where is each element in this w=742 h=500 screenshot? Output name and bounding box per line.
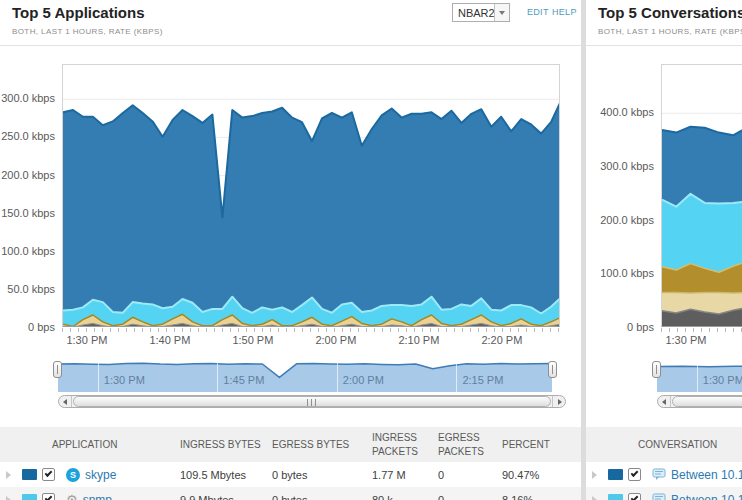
- time-range-brush[interactable]: 1:30 PM1:45 PM2:00 PM2:15 PM: [58, 358, 552, 392]
- expand-row-icon[interactable]: [592, 471, 597, 479]
- row-checkbox[interactable]: [628, 493, 641, 500]
- conversation-link[interactable]: Between 10.19: [671, 468, 742, 482]
- column-header-ingress-bytes: INGRESS BYTES: [180, 438, 272, 452]
- series-color-swatch: [608, 469, 623, 480]
- brush-gridline: [697, 358, 698, 392]
- application-link[interactable]: snmp: [83, 493, 112, 500]
- table-row: ⚙ snmp 9.9 Mbytes 0 bytes 80 k 0 8.16%: [0, 487, 581, 500]
- scroll-right-icon: [558, 399, 562, 405]
- percent-value: 90.47%: [502, 469, 562, 481]
- conversation-icon: [652, 468, 666, 481]
- table-header: CONVERSATION: [586, 427, 742, 462]
- table-row: S skype 109.5 Mbytes 0 bytes 1.77 M 0 90…: [0, 462, 581, 487]
- scroll-left-button[interactable]: [59, 396, 72, 407]
- brush-time-label: 1:30 PM: [703, 374, 742, 386]
- ingress-bytes-value: 109.5 Mbytes: [180, 469, 272, 481]
- conversations-panel-header: Top 5 Conversations BOTH, LAST 1 HOURS, …: [586, 0, 742, 46]
- panel-subtitle: BOTH, LAST 1 HOURS, RATE (KBPS): [12, 27, 163, 36]
- column-header-egress-packets: EGRESS PACKETS: [438, 431, 502, 458]
- x-axis-label: 2:00 PM: [310, 334, 362, 346]
- scrollbar-grip-icon: [307, 399, 317, 406]
- top5-conversations-panel: Top 5 Conversations BOTH, LAST 1 HOURS, …: [586, 0, 742, 500]
- select-button[interactable]: [494, 4, 509, 21]
- x-axis-ticks: [62, 328, 560, 332]
- application-link[interactable]: skype: [85, 468, 116, 482]
- scroll-left-icon: [63, 399, 67, 405]
- table-header: APPLICATION INGRESS BYTES EGRESS BYTES I…: [0, 427, 581, 462]
- brush-gridline: [98, 358, 99, 392]
- series-color-swatch: [22, 469, 37, 480]
- x-axis-label: 1:50 PM: [227, 334, 279, 346]
- gear-icon: ⚙: [66, 493, 78, 500]
- brush-time-label: 1:45 PM: [223, 374, 264, 386]
- brush-gridline: [217, 358, 218, 392]
- egress-packets-value: 0: [438, 494, 502, 500]
- applications-table: APPLICATION INGRESS BYTES EGRESS BYTES I…: [0, 427, 581, 500]
- table-row: Between 10.19: [586, 487, 742, 500]
- y-axis-label: 0 bps: [586, 321, 654, 335]
- horizontal-scrollbar[interactable]: [58, 395, 566, 408]
- x-axis-label: 1:30 PM: [61, 334, 113, 346]
- x-axis-ticks: [661, 328, 742, 332]
- table-row: Between 10.19: [586, 462, 742, 487]
- select-value: NBAR2: [458, 7, 495, 19]
- percent-value: 8.16%: [502, 494, 562, 500]
- handle-slot-icon: [57, 365, 58, 374]
- brush-gridline: [337, 358, 338, 392]
- brush-left-handle[interactable]: [652, 361, 661, 378]
- brush-left-handle[interactable]: [53, 361, 62, 378]
- checkmark-icon: [45, 469, 53, 477]
- column-header-ingress-packets: INGRESS PACKETS: [372, 431, 438, 458]
- x-axis-label: 2:20 PM: [476, 334, 528, 346]
- conversation-icon: [652, 493, 666, 500]
- column-header-conversation: CONVERSATION: [586, 438, 742, 452]
- row-checkbox[interactable]: [42, 493, 55, 500]
- x-axis: 1:30 PM: [661, 334, 742, 349]
- y-axis: 300.0 kbps250.0 kbps200.0 kbps150.0 kbps…: [0, 64, 55, 327]
- edit-link[interactable]: EDIT: [527, 7, 549, 17]
- expand-row-icon[interactable]: [6, 496, 11, 500]
- netflow-dashboard: Top 5 Applications BOTH, LAST 1 HOURS, R…: [0, 0, 742, 500]
- checkmark-icon: [631, 469, 639, 477]
- x-axis-label: 2:10 PM: [393, 334, 445, 346]
- page-title: Top 5 Applications: [12, 4, 145, 21]
- help-link[interactable]: HELP: [552, 7, 577, 17]
- column-header-percent: PERCENT: [502, 438, 562, 452]
- handle-slot-icon: [656, 365, 657, 374]
- y-axis-label: 200.0 kbps: [0, 169, 55, 183]
- skype-icon: S: [66, 468, 80, 482]
- scroll-left-icon: [662, 399, 666, 405]
- conversation-link[interactable]: Between 10.19: [671, 493, 742, 500]
- brush-time-label: 2:00 PM: [343, 374, 384, 386]
- scrollbar-thumb[interactable]: [73, 396, 551, 407]
- nbar2-select[interactable]: NBAR2: [452, 3, 510, 22]
- x-axis-label: 1:40 PM: [144, 334, 196, 346]
- ingress-packets-value: 1.77 M: [372, 469, 438, 481]
- row-checkbox[interactable]: [628, 468, 641, 481]
- y-axis-label: 250.0 kbps: [0, 130, 55, 144]
- column-header-application: APPLICATION: [0, 438, 180, 452]
- scrollbar-thumb[interactable]: [672, 396, 742, 407]
- row-checkbox[interactable]: [42, 468, 55, 481]
- top5-applications-panel: Top 5 Applications BOTH, LAST 1 HOURS, R…: [0, 0, 581, 500]
- y-axis-label: 200.0 kbps: [586, 214, 654, 228]
- panel-subtitle: BOTH, LAST 1 HOURS, RATE (KBPS): [598, 27, 742, 36]
- ingress-packets-value: 80 k: [372, 494, 438, 500]
- ingress-bytes-value: 9.9 Mbytes: [180, 494, 272, 500]
- scroll-right-button[interactable]: [552, 396, 565, 407]
- x-axis-label: 1:30 PM: [660, 334, 712, 346]
- brush-right-handle[interactable]: [548, 361, 557, 378]
- y-axis-label: 300.0 kbps: [586, 160, 654, 174]
- expand-row-icon[interactable]: [592, 496, 597, 500]
- egress-bytes-value: 0 bytes: [272, 494, 372, 500]
- checkmark-icon: [45, 494, 53, 500]
- egress-packets-value: 0: [438, 469, 502, 481]
- chevron-down-icon: [499, 11, 505, 15]
- expand-row-icon[interactable]: [6, 471, 11, 479]
- y-axis: 400.0 kbps300.0 kbps200.0 kbps100.0 kbps…: [586, 64, 654, 327]
- horizontal-scrollbar[interactable]: [657, 395, 742, 408]
- y-axis-label: 150.0 kbps: [0, 207, 55, 221]
- time-range-brush[interactable]: 1:30 PM: [657, 358, 742, 392]
- y-axis-label: 50.0 kbps: [0, 283, 55, 297]
- scroll-left-button[interactable]: [658, 396, 671, 407]
